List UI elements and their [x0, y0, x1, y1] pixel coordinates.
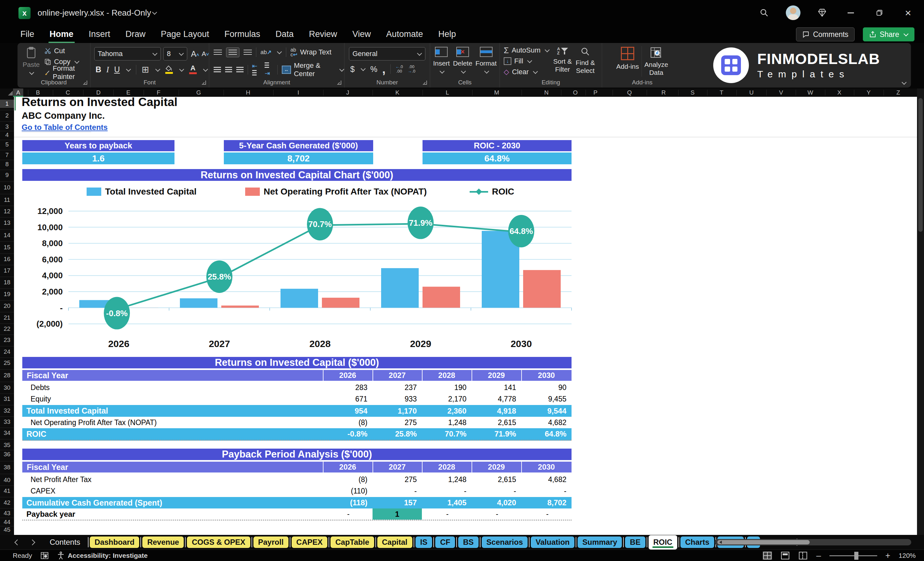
menu-tab-insert[interactable]: Insert — [81, 27, 118, 42]
row-header-11[interactable]: 11 — [0, 196, 14, 204]
table-cell[interactable]: 4,778 — [471, 393, 521, 405]
table-cell[interactable]: - — [422, 508, 471, 520]
grow-font-button[interactable]: A˄ — [191, 50, 199, 58]
horizontal-scrollbar[interactable] — [715, 539, 911, 545]
borders-button[interactable]: ⊞ — [141, 64, 149, 75]
row-header-33[interactable]: 33 — [0, 418, 14, 426]
align-right-button[interactable] — [236, 67, 244, 72]
sheet-tab-capex[interactable]: CAPEX — [292, 537, 328, 548]
column-header-i[interactable]: I — [293, 88, 303, 97]
kpi-value-roic-2030[interactable]: 64.8% — [423, 153, 572, 164]
table-cell[interactable]: 275 — [372, 417, 422, 428]
table-cell[interactable]: - — [471, 508, 521, 520]
table-cell[interactable]: 64.8% — [521, 428, 572, 440]
row-header-12[interactable]: 12 — [0, 207, 14, 216]
row-header-19[interactable]: 19 — [0, 290, 14, 298]
year-header-2027[interactable]: 2027 — [372, 370, 422, 381]
macro-record-icon[interactable] — [40, 552, 49, 560]
table-cell[interactable]: 25.8% — [372, 428, 422, 440]
zoom-out-button[interactable]: – — [816, 552, 821, 560]
row-header-35[interactable]: 35 — [0, 441, 14, 449]
row-header-18[interactable]: 18 — [0, 278, 14, 286]
row-header-16[interactable]: 16 — [0, 255, 14, 263]
comma-style-button[interactable]: , — [382, 66, 386, 72]
minimize-button[interactable] — [844, 6, 858, 20]
page-break-view-button[interactable] — [798, 552, 808, 560]
column-header-k[interactable]: K — [392, 88, 402, 97]
table-cell[interactable]: - — [323, 508, 372, 520]
table-cell[interactable]: 671 — [323, 393, 372, 405]
row-header-22[interactable]: 22 — [0, 325, 14, 333]
row-header-21[interactable]: 21 — [0, 314, 14, 322]
row-header-15[interactable]: 15 — [0, 243, 14, 252]
table-of-contents-link[interactable]: Go to Table of Contents — [22, 123, 108, 132]
row-header-17[interactable]: 17 — [0, 267, 14, 275]
row-header-20[interactable]: 20 — [0, 302, 14, 310]
row-header-4[interactable]: 4 — [0, 131, 14, 139]
row-header-5[interactable]: 5 — [0, 140, 14, 148]
close-button[interactable]: × — [901, 6, 915, 20]
row-header-42[interactable]: 42 — [0, 499, 14, 507]
column-header-u[interactable]: U — [746, 88, 756, 97]
column-header-m[interactable]: M — [492, 88, 502, 97]
zoom-level[interactable]: 120% — [898, 552, 916, 560]
table-cell[interactable]: 237 — [372, 382, 422, 393]
clear-button[interactable]: ◇Clear — [504, 66, 549, 77]
row-header-41[interactable]: 41 — [0, 487, 14, 495]
year-header-2026[interactable]: 2026 — [323, 462, 372, 472]
menu-tab-file[interactable]: File — [13, 27, 42, 42]
paste-button[interactable]: Paste — [22, 43, 40, 78]
table-cell[interactable]: - — [471, 485, 521, 497]
column-header-z[interactable]: Z — [893, 88, 903, 97]
row-header-44[interactable]: 44 — [0, 518, 14, 526]
menu-tab-view[interactable]: View — [345, 27, 379, 42]
wrap-text-button[interactable]: abc↩ Wrap Text — [290, 47, 332, 58]
font-color-button[interactable]: A — [189, 65, 197, 74]
bold-button[interactable]: B — [96, 65, 101, 74]
italic-button[interactable]: I — [106, 65, 109, 74]
decrease-decimal-button[interactable]: .00→.0 — [408, 64, 416, 74]
table-cell[interactable]: - — [372, 485, 422, 497]
year-header-2030[interactable]: 2030 — [521, 370, 572, 381]
font-size-combo[interactable]: 8 — [164, 47, 187, 60]
align-middle-button[interactable] — [226, 48, 240, 57]
column-header-t[interactable]: T — [716, 88, 727, 97]
menu-tab-review[interactable]: Review — [301, 27, 345, 42]
kpi-value-cash-generated[interactable]: 8,702 — [224, 153, 373, 164]
share-button[interactable]: Share — [863, 27, 915, 41]
row-header-30[interactable]: 30 — [0, 384, 14, 392]
row-header-8[interactable]: 8 — [0, 160, 14, 168]
sheet-tab-scenarios[interactable]: Scenarios — [482, 537, 528, 548]
page-layout-view-button[interactable] — [780, 552, 790, 560]
sheet-tab-dashboard[interactable]: Dashboard — [90, 537, 139, 548]
sheet-tab-captable[interactable]: CapTable — [330, 537, 374, 548]
increase-indent-button[interactable]: ⇥ — [265, 62, 273, 77]
table-cell[interactable]: 71.9% — [471, 428, 521, 440]
accounting-format-button[interactable]: $ — [350, 64, 355, 74]
fill-button[interactable]: ↓Fill — [504, 56, 549, 66]
comments-button[interactable]: Comments — [796, 27, 854, 41]
year-header-2028[interactable]: 2028 — [422, 462, 471, 472]
horizontal-scrollbar-thumb[interactable] — [717, 540, 810, 544]
table-cell[interactable]: 1,405 — [422, 497, 471, 508]
table-cell[interactable]: 2,615 — [471, 417, 521, 428]
table-cell[interactable]: 2,170 — [422, 393, 471, 405]
table-cell[interactable]: 283 — [323, 382, 372, 393]
column-header-v[interactable]: V — [776, 88, 786, 97]
sheet-tab-contents[interactable]: Contents — [50, 538, 80, 547]
row-header-38[interactable]: 38 — [0, 463, 14, 471]
table-cell[interactable]: 2,615 — [471, 474, 521, 485]
zoom-in-button[interactable]: + — [885, 552, 891, 560]
sheet-tab-capital[interactable]: Capital — [377, 537, 412, 548]
analyze-data-button[interactable]: Analyze Data — [645, 43, 668, 77]
menu-tab-page-layout[interactable]: Page Layout — [153, 27, 217, 42]
align-left-button[interactable] — [214, 67, 221, 72]
column-header-o[interactable]: O — [570, 88, 580, 97]
column-header-g[interactable]: G — [194, 88, 204, 97]
row-header-32[interactable]: 32 — [0, 406, 14, 415]
autosum-button[interactable]: ΣAutoSum — [504, 45, 549, 56]
sheet-tab-revenue[interactable]: Revenue — [142, 537, 184, 548]
row-header-10[interactable]: 10 — [0, 183, 14, 192]
table-cell[interactable]: (110) — [323, 485, 372, 497]
align-center-button[interactable] — [225, 67, 232, 72]
